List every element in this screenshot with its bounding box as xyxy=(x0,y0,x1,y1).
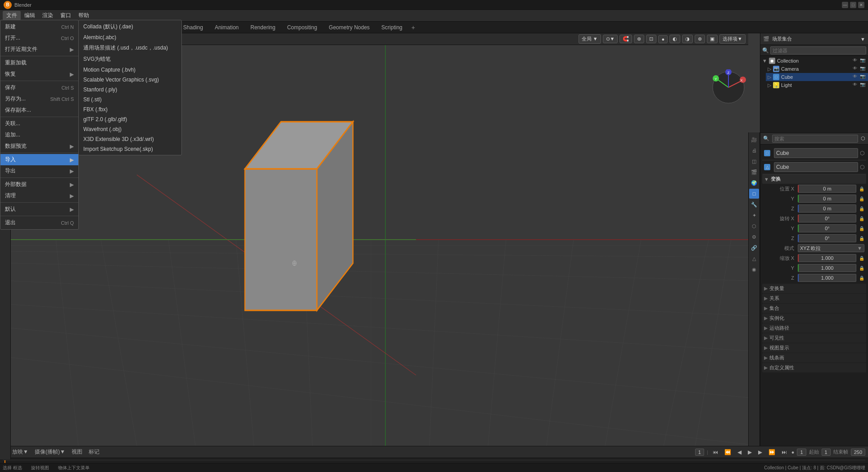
import-gltf[interactable]: glTF 2.0 (.glb/.gltf) xyxy=(79,114,181,124)
menu-export[interactable]: 导出 ▶ xyxy=(0,165,78,177)
viewport-display-section[interactable]: ▶ 视图显示 xyxy=(762,343,866,353)
instancing-section[interactable]: ▶ 实例化 xyxy=(762,313,866,323)
prop-icon-data[interactable]: △ xyxy=(749,254,759,263)
timeline-play[interactable]: ▶ xyxy=(746,448,754,456)
viewport-xray-toggle[interactable]: ▣ xyxy=(707,35,718,43)
camera-render-toggle[interactable]: 📷 xyxy=(860,66,866,72)
prop-icon-output[interactable]: 🖨 xyxy=(749,145,759,155)
menu-clean[interactable]: 清理 ▶ xyxy=(0,190,78,201)
timeline-playback-menu[interactable]: 放映▼ xyxy=(10,447,30,457)
rotation-z[interactable]: 0° xyxy=(798,234,856,242)
menu-append[interactable]: 追加... xyxy=(0,129,78,141)
menu-item-edit[interactable]: 编辑 xyxy=(21,11,39,20)
viewport-proportional-toggle[interactable]: ⊕ xyxy=(634,35,644,43)
viewport-shading-render[interactable]: ◑ xyxy=(682,35,693,43)
object-options-icon[interactable]: ⬡ xyxy=(860,150,864,156)
prop-icon-constraints[interactable]: 🔗 xyxy=(749,243,759,253)
timeline-next-key[interactable]: ▶ xyxy=(756,448,764,456)
relations-section[interactable]: ▶ 关系 xyxy=(762,294,866,303)
prop-icon-scene[interactable]: 🎬 xyxy=(749,167,759,177)
menu-new[interactable]: 新建 Ctrl N xyxy=(0,21,78,32)
prop-icon-world[interactable]: 🌍 xyxy=(749,178,759,188)
import-usd[interactable]: 通用场景描述 (.usd，.usdc，.usda) xyxy=(79,42,181,54)
menu-reload[interactable]: 重新加载 xyxy=(0,57,78,68)
outliner-search-input[interactable] xyxy=(770,46,866,54)
timeline-view-menu[interactable]: 视图 xyxy=(70,447,84,457)
scale-x-lock[interactable]: 🔒 xyxy=(859,256,864,261)
prop-icon-vfx[interactable]: ✦ xyxy=(749,210,759,220)
rotation-mode-dropdown[interactable]: XYZ 欧拉 ▼ xyxy=(798,244,864,252)
menu-item-help[interactable]: 帮助 xyxy=(75,11,93,20)
timeline-start-frame[interactable]: 1 xyxy=(695,449,704,456)
outliner-item-scene-collection[interactable]: ▼ ◼ Collection 👁 📷 xyxy=(760,57,868,65)
menu-save-copy[interactable]: 保存副本... xyxy=(0,104,78,116)
prop-icon-view-layer[interactable]: ◫ xyxy=(749,156,759,166)
location-z-lock[interactable]: 🔒 xyxy=(859,206,864,211)
timeline-current[interactable]: 1 xyxy=(797,449,806,456)
rotation-x-lock[interactable]: 🔒 xyxy=(859,216,864,221)
import-collada[interactable]: Collada (默认) (.dae) xyxy=(79,21,181,32)
menu-item-render[interactable]: 渲染 xyxy=(39,11,57,20)
navigation-gizmo[interactable]: X Y Z xyxy=(710,69,746,105)
cube-visibility-toggle[interactable]: 👁 xyxy=(853,74,859,80)
scale-z-lock[interactable]: 🔒 xyxy=(859,276,864,281)
close-button[interactable]: ✕ xyxy=(858,2,864,8)
location-x[interactable]: 0 m xyxy=(798,185,856,193)
properties-search-input[interactable] xyxy=(772,135,858,143)
tab-compositing[interactable]: Compositing xyxy=(282,23,323,32)
menu-import[interactable]: 导入 ▶ xyxy=(0,154,78,165)
import-fbx[interactable]: FBX (.fbx) xyxy=(79,104,181,114)
scale-y-lock[interactable]: 🔒 xyxy=(859,266,864,271)
maximize-button[interactable]: □ xyxy=(850,2,856,8)
import-svg[interactable]: Scalable Vector Graphics (.svg) xyxy=(79,75,181,85)
menu-link[interactable]: 关联... xyxy=(0,118,78,129)
menu-item-window[interactable]: 窗口 xyxy=(57,11,75,20)
motion-path-section[interactable]: ▶ 运动路径 xyxy=(762,323,866,333)
prop-icon-modifiers[interactable]: 🔧 xyxy=(749,200,759,209)
timeline-prev-frame[interactable]: ⏪ xyxy=(723,448,733,456)
tab-shading[interactable]: Shading xyxy=(178,23,208,32)
camera-visibility-toggle[interactable]: 👁 xyxy=(853,66,859,72)
object-name-input[interactable] xyxy=(774,148,858,158)
viewport-shading-material[interactable]: ◐ xyxy=(669,35,680,43)
prop-icon-object[interactable]: □ xyxy=(749,189,759,199)
menu-item-file[interactable]: 文件 xyxy=(3,11,21,20)
menu-recover[interactable]: 恢复 ▶ xyxy=(0,68,78,80)
outliner-item-camera[interactable]: ▷ 📷 Camera 👁 📷 xyxy=(766,65,868,73)
scale-y[interactable]: 1.000 xyxy=(798,264,856,272)
menu-data-preview[interactable]: 数据预览 ▶ xyxy=(0,141,78,152)
menu-quit[interactable]: 退出 Ctrl Q xyxy=(0,217,78,228)
viewport-overlay-toggle[interactable]: ⊕ xyxy=(695,35,705,43)
menu-save[interactable]: 保存 Ctrl S xyxy=(0,82,78,93)
rotation-x[interactable]: 0° xyxy=(798,214,856,222)
import-alembic[interactable]: Alembic(.abc) xyxy=(79,32,181,42)
prop-icon-render[interactable]: 🎥 xyxy=(749,135,759,145)
prop-icon-particles[interactable]: ⬡ xyxy=(749,221,759,231)
light-visibility-toggle[interactable]: 👁 xyxy=(853,82,859,88)
viewport-global-dropdown[interactable]: 全局 ▼ xyxy=(579,34,601,44)
timeline-markers-menu[interactable]: 标记 xyxy=(87,447,101,457)
outliner-item-cube[interactable]: ▷ □ Cube 👁 📷 xyxy=(766,73,868,81)
add-workspace-button[interactable]: + xyxy=(409,23,418,32)
timeline-frame-menu[interactable]: 摄像(播帧)▼ xyxy=(33,447,67,457)
timeline-jump-end[interactable]: ⏭ xyxy=(780,448,789,456)
minimize-button[interactable]: — xyxy=(842,2,848,8)
transform-section-header[interactable]: ▼ 变换 xyxy=(762,174,866,184)
timeline-jump-start[interactable]: ⏮ xyxy=(711,448,720,456)
transform-vol-section[interactable]: ▶ 变换量 xyxy=(762,284,866,293)
cube-render-toggle[interactable]: 📷 xyxy=(860,74,866,80)
viewport-pivot-dropdown[interactable]: ⊙▼ xyxy=(603,35,618,43)
import-stl[interactable]: Stl (.stl) xyxy=(79,95,181,104)
timeline-next-frame[interactable]: ⏩ xyxy=(767,448,777,456)
menu-default[interactable]: 默认 ▶ xyxy=(0,204,78,215)
tab-animation[interactable]: Animation xyxy=(209,23,244,32)
scale-x[interactable]: 1.000 xyxy=(798,254,856,262)
line-art-section[interactable]: ▶ 线条画 xyxy=(762,353,866,363)
tab-geometry-nodes[interactable]: Geometry Nodes xyxy=(323,23,375,32)
location-z[interactable]: 0 m xyxy=(798,204,856,213)
menu-save-as[interactable]: 另存为... Shift Ctrl S xyxy=(0,93,78,104)
import-svg-pencil[interactable]: SVG为蜡笔 xyxy=(79,54,181,65)
rotation-y-lock[interactable]: 🔒 xyxy=(859,226,864,231)
visibility-section[interactable]: ▶ 可见性 xyxy=(762,333,866,343)
import-sketchup[interactable]: Import Sketchup Scene(.skp) xyxy=(79,144,181,154)
